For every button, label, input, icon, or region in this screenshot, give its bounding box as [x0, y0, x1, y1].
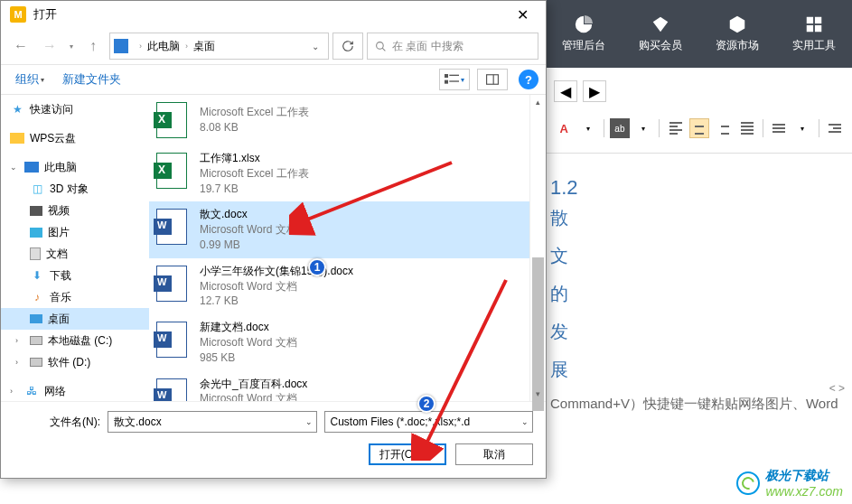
highlight-dropdown[interactable]: ▾: [633, 118, 653, 138]
folder-icon: [10, 133, 24, 144]
sidebar-network[interactable]: ›🖧网络: [1, 380, 149, 401]
preview-pane-button[interactable]: [477, 69, 508, 90]
annotation-badge-2: 2: [417, 395, 435, 413]
filename-label: 文件名(N):: [14, 415, 100, 430]
word-icon: [156, 322, 187, 358]
svg-rect-1: [814, 17, 820, 23]
sidebar-item-disk-c[interactable]: ›本地磁盘 (C:): [1, 330, 149, 351]
address-bar[interactable]: › 此电脑 › 桌面 ⌄: [109, 33, 329, 60]
sidebar-item-3d[interactable]: ◫3D 对象: [1, 178, 149, 200]
align-center-button[interactable]: [689, 118, 709, 138]
toolbar-label: 管理后台: [562, 38, 605, 53]
sidebar-wps-cloud[interactable]: WPS云盘: [1, 127, 149, 149]
path-seg[interactable]: 此电脑: [147, 39, 180, 54]
list-bullet-button[interactable]: [769, 118, 789, 138]
svg-rect-6: [449, 75, 459, 76]
view-mode-button[interactable]: ▾: [439, 69, 470, 90]
file-item-selected[interactable]: 散文.docxMicrosoft Word 文档0.99 MB: [149, 201, 529, 257]
sidebar-item-disk-d[interactable]: ›软件 (D:): [1, 351, 149, 373]
sidebar: ★快速访问 WPS云盘 ⌄此电脑 ◫3D 对象 视频 图片 文档 ⬇下载 ♪音乐…: [1, 95, 149, 401]
watermark: 极光下载站 www.xz7.com: [736, 468, 843, 499]
font-color-button[interactable]: A: [554, 118, 574, 138]
sidebar-item-downloads[interactable]: ⬇下载: [1, 265, 149, 286]
app-top-toolbar: 管理后台 购买会员 资源市场 实用工具: [545, 0, 852, 68]
organize-button[interactable]: 组织▾: [8, 68, 51, 91]
sidebar-item-documents[interactable]: 文档: [1, 243, 149, 265]
align-justify-button[interactable]: [737, 118, 757, 138]
editor-area: ◀ ▶ A ▾ ab ▾ ▾ 1.2 散 文 的 发 展: [547, 68, 852, 504]
svg-rect-5: [445, 74, 448, 78]
list-dropdown[interactable]: ▾: [792, 118, 812, 138]
scroll-down[interactable]: ▾: [530, 387, 546, 401]
excel-icon: [156, 102, 187, 138]
scrollbar[interactable]: ▴ ▾: [529, 95, 546, 401]
refresh-button[interactable]: [332, 33, 363, 60]
align-right-button[interactable]: [713, 118, 733, 138]
toolbar-item-tools[interactable]: 实用工具: [775, 0, 852, 68]
file-item[interactable]: 工作簿1.xlsxMicrosoft Excel 工作表19.7 KB: [149, 145, 529, 201]
nav-back-button[interactable]: ←: [8, 33, 33, 59]
dialog-footer: 文件名(N): 散文.docx⌄ Custom Files (*.doc;*.x…: [1, 401, 546, 478]
sidebar-item-desktop[interactable]: 桌面: [1, 308, 149, 330]
toolbar-label: 资源市场: [716, 38, 759, 53]
watermark-url: www.xz7.com: [765, 484, 843, 499]
download-icon: ⬇: [30, 268, 44, 283]
dialog-toolbar: 组织▾ 新建文件夹 ▾ ?: [1, 64, 546, 95]
svg-point-4: [377, 42, 384, 49]
disk-icon: [30, 336, 42, 345]
filename-input[interactable]: 散文.docx⌄: [108, 411, 317, 433]
toolbar-item-admin[interactable]: 管理后台: [545, 0, 622, 68]
close-button[interactable]: ✕: [504, 2, 540, 27]
scroll-up[interactable]: ▴: [530, 95, 546, 109]
svg-rect-8: [449, 80, 459, 81]
path-dropdown[interactable]: ⌄: [306, 42, 324, 51]
svg-rect-9: [487, 75, 499, 85]
chevron-icon: ›: [139, 42, 142, 51]
sidebar-item-videos[interactable]: 视频: [1, 200, 149, 221]
file-item[interactable]: Microsoft Excel 工作表8.08 KB: [149, 95, 529, 145]
music-icon: ♪: [30, 290, 44, 304]
help-button[interactable]: ?: [519, 70, 538, 89]
dialog-nav: ← → ▾ ↑ › 此电脑 › 桌面 ⌄ 在 桌面 中搜索: [1, 28, 546, 64]
sidebar-quick-access[interactable]: ★快速访问: [1, 98, 149, 120]
path-seg[interactable]: 桌面: [193, 39, 215, 54]
file-item[interactable]: 余光中_百度百科.docxMicrosoft Word 文档17.8 KB: [149, 371, 529, 401]
doc-icon: [30, 247, 41, 260]
sidebar-item-pictures[interactable]: 图片: [1, 221, 149, 243]
nav-history-dropdown[interactable]: ▾: [66, 42, 77, 51]
svg-rect-7: [445, 80, 448, 84]
cube-icon: [727, 14, 747, 34]
nav-fwd-button[interactable]: →: [37, 33, 62, 59]
network-icon: 🖧: [24, 384, 39, 398]
toolbar-item-buy[interactable]: 购买会员: [622, 0, 698, 68]
url-fwd-button[interactable]: ▶: [583, 80, 606, 102]
sidebar-this-pc[interactable]: ⌄此电脑: [1, 156, 149, 178]
font-color-dropdown[interactable]: ▾: [577, 118, 597, 138]
align-left-button[interactable]: [665, 118, 685, 138]
highlight-button[interactable]: ab: [610, 118, 630, 138]
url-back-button[interactable]: ◀: [554, 80, 577, 102]
diamond-icon: [651, 14, 670, 34]
open-button[interactable]: 打开(O)�│▾: [369, 443, 446, 465]
indent-button[interactable]: [825, 118, 845, 138]
format-toolbar: A ▾ ab ▾ ▾: [554, 118, 845, 138]
search-input[interactable]: 在 桌面 中搜索: [367, 33, 538, 60]
desktop-icon: [30, 314, 42, 323]
pc-icon: [114, 39, 128, 53]
sidebar-item-music[interactable]: ♪音乐: [1, 286, 149, 308]
cancel-button[interactable]: 取消: [455, 443, 533, 465]
filetype-dropdown[interactable]: Custom Files (*.doc;*.xlsx;*.d⌄: [324, 411, 534, 433]
toolbar-item-market[interactable]: 资源市场: [698, 0, 775, 68]
file-open-dialog: M 打开 ✕ ← → ▾ ↑ › 此电脑 › 桌面 ⌄ 在 桌面 中搜索 组织▾…: [0, 0, 547, 479]
search-icon: [375, 41, 387, 52]
pager[interactable]: < >: [829, 382, 845, 395]
video-icon: [30, 206, 42, 216]
svg-rect-0: [806, 17, 812, 23]
file-list: Microsoft Excel 工作表8.08 KB 工作簿1.xlsxMicr…: [149, 95, 529, 401]
view-icon: [445, 74, 459, 85]
file-item[interactable]: 新建文档.docxMicrosoft Word 文档985 KB: [149, 314, 529, 370]
nav-up-button[interactable]: ↑: [80, 33, 106, 59]
disk-icon: [30, 358, 42, 367]
new-folder-button[interactable]: 新建文件夹: [55, 68, 128, 91]
file-item[interactable]: 小学三年级作文(集锦15篇).docxMicrosoft Word 文档12.7…: [149, 258, 529, 314]
